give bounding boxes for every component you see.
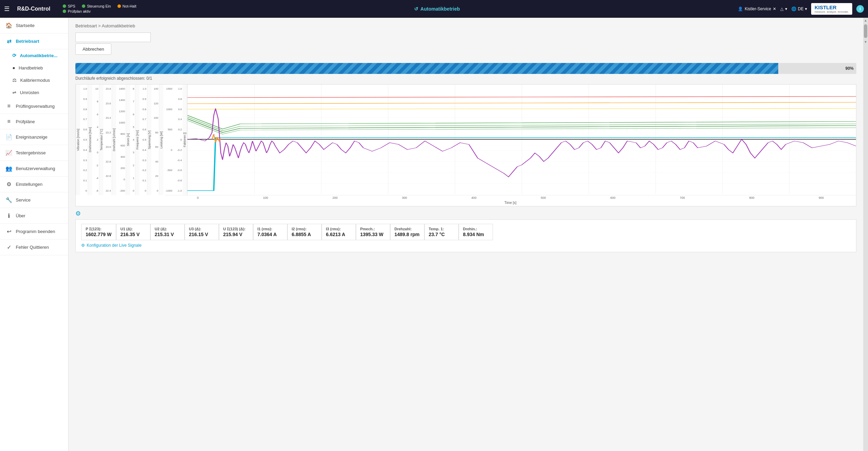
signal-value: 216.15 V: [189, 232, 214, 237]
signal-value: 6.6213 A: [326, 232, 351, 237]
fehler-quittieren-label: Fehler Quittieren: [16, 245, 49, 250]
sidebar-item-benutzerverwaltung[interactable]: 👥 Benutzerverwaltung: [0, 161, 68, 177]
app-title: R&D-Control: [17, 6, 50, 12]
signal-label: P Σ(123):: [86, 227, 112, 231]
user-section[interactable]: 👤 Kistler-Service ✕: [738, 7, 776, 11]
nothalt-dot: [117, 4, 121, 8]
signal-label: U2 (Δ):: [155, 227, 180, 231]
sidebar-item-automatikbetrieb[interactable]: ⟳ Automatikbetrie...: [0, 49, 68, 62]
sidebar-item-pruefplaene[interactable]: ≡ Prüfpläne: [0, 114, 68, 129]
sidebar-item-ereignisanzeige[interactable]: 📄 Ereignisanzeige: [0, 129, 68, 145]
user-icon: 👤: [738, 7, 743, 11]
signal-value: 215.94 V: [223, 232, 249, 237]
scroll-up-arrow[interactable]: ▲: [864, 18, 867, 22]
sidebar-item-handbetrieb[interactable]: ● Handbetrieb: [0, 62, 68, 74]
gear-settings-icon[interactable]: ⚙: [75, 210, 81, 217]
kistler-tagline: measure. analyze. innovate.: [815, 10, 849, 13]
sps-label: SPS: [68, 4, 75, 8]
y-axis-frequenz-ticks: 1.00.90.80.70.60.50.40.30.20.10: [139, 85, 147, 195]
progress-bar: [75, 63, 778, 74]
x-axis-label: Time [s]: [165, 200, 856, 206]
ueber-label: Über: [16, 213, 25, 218]
user-close-icon[interactable]: ✕: [773, 7, 776, 11]
sidebar-item-betriebsart[interactable]: ⇄ Betriebsart: [0, 34, 68, 49]
header-right: 👤 Kistler-Service ✕ △ ▾ 🌐 DE ▾ KISTLER m…: [738, 3, 864, 15]
main-chart-area: [187, 85, 856, 195]
auto-icon: ⟳: [12, 53, 16, 58]
progress-bar-container: 90%: [75, 63, 856, 74]
live-signal-item: I2 (rms):6.8855 A: [287, 224, 322, 240]
chart-area: Vibration [mm/s] 1.00.90.80.70.60.50.40.…: [75, 84, 856, 206]
kistler-name: KISTLER: [815, 4, 836, 10]
signal-value: 1602.779 W: [86, 232, 112, 237]
sidebar-item-einstellungen[interactable]: ⚙ Einstellungen: [0, 177, 68, 192]
config-link[interactable]: ⚙ Konfiguration der Live Signale: [81, 243, 851, 248]
betriebsart-icon: ⇄: [5, 38, 12, 44]
signal-value: 216.35 V: [121, 232, 146, 237]
menu-icon[interactable]: ☰: [4, 5, 10, 13]
signal-label: U3 (Δ):: [189, 227, 214, 231]
live-signal-item: Temp. 1:23.7 °C: [424, 224, 459, 240]
y-axis-frequenz-label: Frequenz [Hz]: [135, 85, 139, 195]
beenden-icon: ↩: [5, 228, 12, 235]
signal-label: Drehzahl:: [395, 227, 420, 231]
pruefplaene-icon: ≡: [5, 118, 12, 125]
y-axis-temp-label: Temperatur [°C]: [99, 85, 103, 195]
breadcrumb: Betriebsart > Automatikbetrieb: [75, 23, 856, 28]
y-axis-temp-ticks: 23.823.623.423.223.022.822.622.4: [103, 85, 112, 195]
pruefplaene-label: Prüfpläne: [16, 119, 35, 124]
y-axis-spannung-ticks: 140120100806040200: [151, 85, 159, 195]
sidebar-item-ueber[interactable]: ℹ Über: [0, 208, 68, 224]
signal-label: I1 (rms):: [258, 227, 283, 231]
live-signal-item: Pmech.:1395.33 W: [356, 224, 390, 240]
live-signal-item: P Σ(123):1602.779 W: [81, 224, 116, 240]
service-icon: 🔧: [5, 197, 12, 203]
progress-percent-label: 90%: [845, 66, 854, 71]
info-button[interactable]: i: [856, 5, 864, 13]
y-axis-drehzahl-label: Drehzahl [U/min]: [112, 85, 116, 195]
signal-label: Temp. 1:: [429, 227, 454, 231]
betriebsart-label: Betriebsart: [16, 39, 39, 44]
fehler-icon: ✓: [5, 244, 12, 250]
content-area: Betriebsart > Automatikbetrieb Abbrechen…: [69, 18, 863, 261]
header-center: ↺ Automatikbetrieb: [142, 6, 732, 12]
info-icon: i: [859, 6, 861, 11]
sidebar-item-fehler-quittieren[interactable]: ✓ Fehler Quittieren: [0, 240, 68, 255]
status-pruefplan: Prüfplan aktiv: [63, 9, 136, 13]
abbrechen-button[interactable]: Abbrechen: [75, 43, 111, 55]
sidebar-item-programm-beenden[interactable]: ↩ Programm beenden: [0, 224, 68, 240]
pruefplan-label: Prüfplan aktiv: [68, 9, 91, 13]
live-signal-item: U1 (Δ):216.35 V: [116, 224, 150, 240]
hand-icon: ●: [12, 65, 15, 70]
config-link-label: Konfiguration der Live Signale: [87, 243, 141, 248]
sidebar-item-umruesten[interactable]: ⇌ Umrüsten: [0, 86, 68, 99]
sidebar-item-startseite[interactable]: 🏠 Startseite: [0, 18, 68, 34]
sidebar-item-kalibriermodus[interactable]: ⚖ Kalibriermodus: [0, 74, 68, 86]
warning-icon: △: [780, 7, 783, 11]
live-signals-section: P Σ(123):1602.779 WU1 (Δ):216.35 VU2 (Δ)…: [75, 219, 856, 252]
auto-mode-button[interactable]: ↺ Automatikbetrieb: [414, 6, 460, 12]
sidebar-item-prueflingsverwaltung[interactable]: ≡ Prüflingsverwaltung: [0, 99, 68, 114]
scroll-down-arrow[interactable]: ▼: [864, 40, 867, 44]
pruefplan-dot: [63, 10, 66, 13]
benutzer-icon: 👥: [5, 165, 12, 172]
y-axis-faktoren-ticks: 1.00.80.60.40.20-0.2-0.4-0.6-0.8-1.0: [173, 85, 183, 195]
signal-value: 6.8855 A: [292, 232, 317, 237]
signal-label: U1 (Δ):: [121, 227, 146, 231]
sidebar-item-service[interactable]: 🔧 Service: [0, 192, 68, 208]
signal-label: Drehin.:: [463, 227, 488, 231]
y-axis-leistung-ticks: 150010005000-500-1000: [163, 85, 173, 195]
scroll-thumb[interactable]: [864, 24, 867, 38]
sidebar: 🏠 Startseite ⇄ Betriebsart ⟳ Automatikbe…: [0, 18, 69, 451]
kalibrierung-icon: ⚖: [12, 77, 17, 83]
sidebar-item-testergebnisse[interactable]: 📈 Testergebnisse: [0, 145, 68, 161]
scrollbar-track[interactable]: ▲ ▼: [863, 18, 868, 451]
signal-value: 215.31 V: [155, 232, 180, 237]
alert-section[interactable]: △ ▾: [780, 7, 787, 11]
lang-label: DE: [798, 7, 804, 11]
y-axis-spannung-label: Spannung [V]: [147, 85, 151, 195]
signal-value: 23.7 °C: [429, 232, 454, 237]
lang-section[interactable]: 🌐 DE ▾: [791, 7, 807, 11]
service-label: Service: [16, 197, 30, 203]
live-signal-item: Drehin.:8.934 Nm: [459, 224, 493, 240]
